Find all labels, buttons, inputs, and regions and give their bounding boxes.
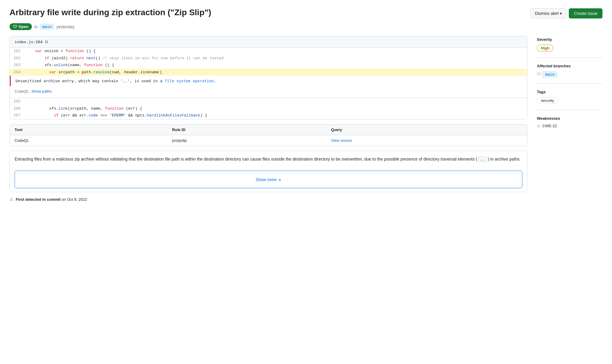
branch-shield-icon: 🛡 xyxy=(537,72,541,77)
line-num: 267 xyxy=(10,112,25,119)
tool-table: Tool Rule ID Query CodeQL js/zipslip Vie… xyxy=(10,125,527,146)
weakness-icon: ⚠ xyxy=(537,124,540,128)
dismiss-label: Dismiss alert xyxy=(535,11,559,16)
code-line-267: 267 if (err && err.code === 'EPERM' && o… xyxy=(10,112,527,119)
tool-table-row: CodeQL js/zipslip View source xyxy=(10,135,527,146)
weakness-value: CWE-22 xyxy=(542,124,557,128)
chevron-down-icon: ▾ xyxy=(560,11,562,16)
tags-label: Tags xyxy=(537,90,602,94)
branch-item: 🛡 main xyxy=(537,71,602,77)
weakness-row: ⚠ CWE-22 xyxy=(537,124,602,128)
tag-chip: security xyxy=(537,97,558,104)
code-block: index.js:264 ⧉ 261 var onlink = function… xyxy=(10,36,527,119)
line-num: 263 xyxy=(10,62,25,69)
create-issue-button[interactable]: Create issue xyxy=(569,8,602,18)
tool-table-block: Tool Rule ID Query CodeQL js/zipslip Vie… xyxy=(10,124,527,146)
status-label: Open xyxy=(18,24,28,29)
branch-name: main xyxy=(543,71,557,77)
show-more-label: Show more xyxy=(256,177,277,182)
col-query: Query xyxy=(326,125,527,135)
code-dots: .. xyxy=(478,156,487,162)
severity-label: Severity xyxy=(537,37,602,42)
line-code xyxy=(25,98,527,105)
footer-date: on Oct 9, 2022 xyxy=(62,197,87,202)
query-link[interactable]: View source xyxy=(326,135,527,146)
line-code: var onlink = function () { xyxy=(25,48,527,55)
weaknesses-label: Weaknesses xyxy=(537,116,602,121)
chevron-down-icon: ∨ xyxy=(278,177,281,182)
line-num: 266 xyxy=(10,105,25,112)
sidebar-tags: Tags security xyxy=(537,90,602,110)
line-code: if (err && err.code === 'EPERM' && opts.… xyxy=(25,112,527,119)
code-line-266: 266 xfs.link(srcpath, name, function (er… xyxy=(10,105,527,112)
footer-text: First detected in commit on Oct 9, 2022 xyxy=(16,197,87,202)
code-line-261: 261 var onlink = function () { xyxy=(10,48,527,55)
line-num: 264 xyxy=(10,69,25,76)
col-rule-id: Rule ID xyxy=(167,125,326,135)
sidebar: Severity High Affected branches 🛡 main T… xyxy=(537,36,602,140)
col-tool: Tool xyxy=(10,125,167,135)
code-lines-bottom: 265 266 xfs.link(srcpath, name, function… xyxy=(10,98,527,119)
branches-label: Affected branches xyxy=(537,64,602,68)
tool-table-header: Tool Rule ID Query xyxy=(10,125,527,135)
show-paths-link[interactable]: Show paths xyxy=(31,89,52,94)
show-more-button[interactable]: Show more ∨ xyxy=(17,173,520,186)
dismiss-alert-button[interactable]: Dismiss alert ▾ xyxy=(530,8,566,18)
timestamp: yesterday xyxy=(56,24,74,29)
line-num: 262 xyxy=(10,55,25,62)
line-code: if (win32) return next() // skip links o… xyxy=(25,55,527,62)
shield-warning-icon: ⚠ xyxy=(10,197,13,202)
main-layout: index.js:264 ⧉ 261 var onlink = function… xyxy=(10,36,602,202)
sidebar-severity: Severity High xyxy=(537,37,602,58)
sidebar-weaknesses: Weaknesses ⚠ CWE-22 xyxy=(537,116,602,134)
line-code: xfs.unlink(name, function () { xyxy=(25,62,527,69)
status-row: 🛡 Open in main yesterday xyxy=(10,23,602,30)
page-title: Arbitrary file write during zip extracti… xyxy=(10,7,211,18)
line-num: 261 xyxy=(10,48,25,55)
alert-message: Unsanitized archive entry, which may con… xyxy=(10,76,527,86)
codeql-label: CodeQL xyxy=(15,89,29,94)
show-more-container: Show more ∨ xyxy=(15,171,522,188)
code-line-265: 265 xyxy=(10,98,527,105)
footer-detected-text: First detected in commit xyxy=(16,197,60,202)
main-content: index.js:264 ⧉ 261 var onlink = function… xyxy=(10,36,527,202)
code-line-262: 262 if (win32) return next() // skip lin… xyxy=(10,55,527,62)
shield-icon: 🛡 xyxy=(13,24,17,29)
sidebar-branches: Affected branches 🛡 main xyxy=(537,64,602,84)
file-system-link[interactable]: file system operation xyxy=(165,79,214,83)
line-code: var srcpath = path.resolve(cwd, header.l… xyxy=(25,69,527,76)
line-code: xfs.link(srcpath, name, function (err) { xyxy=(25,105,527,112)
description-body: Extracting files from a malicious zip ar… xyxy=(10,151,527,167)
create-issue-label: Create issue xyxy=(574,11,597,16)
code-lines-top: 261 var onlink = function () { 262 if (w… xyxy=(10,48,527,76)
top-actions: Dismiss alert ▾ Create issue xyxy=(530,8,602,18)
branch-tag: main xyxy=(40,24,54,29)
footer-row: ⚠ First detected in commit on Oct 9, 202… xyxy=(10,197,527,202)
code-line-264: 264 var srcpath = path.resolve(cwd, head… xyxy=(10,69,527,76)
rule-id: js/zipslip xyxy=(167,135,326,146)
codeql-row: CodeQL Show paths xyxy=(10,86,527,98)
description-block: Extracting files from a malicious zip ar… xyxy=(10,151,527,192)
severity-badge: High xyxy=(537,45,553,52)
copy-icon[interactable]: ⧉ xyxy=(45,39,48,44)
code-line-263: 263 xfs.unlink(name, function () { xyxy=(10,62,527,69)
in-text: in xyxy=(34,24,38,29)
file-name: index.js:264 xyxy=(15,40,43,44)
tool-name: CodeQL xyxy=(10,135,167,146)
code-header: index.js:264 ⧉ xyxy=(10,36,527,48)
status-badge: 🛡 Open xyxy=(10,23,32,30)
line-num: 265 xyxy=(10,98,25,105)
